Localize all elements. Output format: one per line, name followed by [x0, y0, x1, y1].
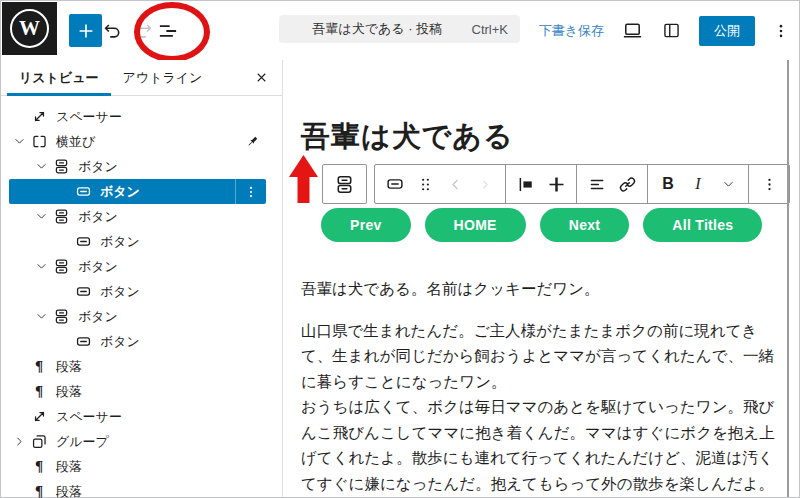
- toolbar-group: BI: [647, 165, 748, 203]
- chevron-down-icon[interactable]: [31, 260, 51, 273]
- document-overview-button[interactable]: [155, 18, 181, 44]
- bold-label[interactable]: B: [653, 168, 683, 200]
- preview-icon[interactable]: [621, 19, 644, 42]
- shortcut-hint: Ctrl+K: [472, 22, 508, 37]
- toolbar-group: [505, 165, 576, 203]
- row-icon: [29, 132, 49, 151]
- save-draft-button[interactable]: 下書き保存: [539, 22, 604, 40]
- toolbar-group: [375, 165, 505, 203]
- topbar-actions: 下書き保存 公開: [539, 1, 790, 60]
- chevron-down-icon[interactable]: [31, 210, 51, 223]
- block-label: グループ: [56, 433, 109, 451]
- text-lines-icon[interactable]: [582, 168, 612, 200]
- block-options-kebab-icon[interactable]: [235, 179, 266, 204]
- command-center[interactable]: 吾輩は犬である · 投稿 Ctrl+K: [279, 15, 520, 43]
- list-view-item-paragraph[interactable]: ¶段落: [9, 354, 266, 379]
- italic-label[interactable]: I: [683, 168, 713, 200]
- list-view-item-buttons[interactable]: ボタン: [9, 204, 266, 229]
- block-label: ボタン: [78, 208, 118, 226]
- spacer-icon: [29, 107, 49, 126]
- chevron-down-icon[interactable]: [713, 168, 743, 200]
- nav-button-all-titles[interactable]: All Titles: [643, 208, 762, 242]
- editor-topbar: W 吾輩は犬である · 投稿 Ctrl+K 下書き保存: [1, 1, 799, 61]
- post-title[interactable]: 吾輩は犬である: [301, 117, 514, 157]
- scrollbar[interactable]: [787, 60, 789, 497]
- group-icon: [29, 432, 49, 451]
- redo-button[interactable]: [132, 20, 154, 42]
- block-label: 段落: [56, 358, 82, 376]
- block-label: スペーサー: [56, 408, 122, 426]
- list-view-item-buttons[interactable]: ボタン: [9, 254, 266, 279]
- list-view-item-buttons[interactable]: ボタン: [9, 304, 266, 329]
- list-view-item-button[interactable]: ボタン: [9, 279, 266, 304]
- chevron-down-icon[interactable]: [31, 310, 51, 323]
- block-label: 段落: [56, 458, 82, 476]
- pin-icon: [245, 134, 260, 149]
- settings-panel-icon[interactable]: [661, 20, 682, 41]
- block-label: 段落: [56, 383, 82, 401]
- paragraph-icon: ¶: [29, 458, 49, 475]
- paragraph-icon: ¶: [29, 358, 49, 375]
- nav-button-prev[interactable]: Prev: [321, 208, 411, 242]
- chevron-down-icon[interactable]: [9, 135, 29, 148]
- wordpress-editor-window: W 吾輩は犬である · 投稿 Ctrl+K 下書き保存: [0, 0, 800, 498]
- list-view-item-button[interactable]: ボタン: [9, 179, 266, 204]
- block-label: ボタン: [78, 308, 118, 326]
- list-view-item-row[interactable]: 横並び: [9, 129, 266, 154]
- chevron-left-icon: [440, 168, 470, 200]
- wordpress-logo: W: [10, 9, 49, 48]
- block-label: スペーサー: [56, 108, 122, 126]
- block-label: ボタン: [78, 258, 118, 276]
- list-view-item-paragraph[interactable]: ¶段落: [9, 479, 266, 498]
- list-view-item-spacer[interactable]: スペーサー: [9, 104, 266, 129]
- list-view-item-button[interactable]: ボタン: [9, 329, 266, 354]
- drag-handle-icon[interactable]: [410, 168, 440, 200]
- spacer-icon: [29, 407, 49, 426]
- close-icon[interactable]: [254, 60, 269, 95]
- link-icon[interactable]: [612, 168, 642, 200]
- buttons-icon: [51, 157, 71, 176]
- block-label: ボタン: [100, 283, 140, 301]
- tab-outline[interactable]: アウトライン: [111, 60, 215, 95]
- block-toolbar: BI: [322, 164, 790, 204]
- buttons-block-icon[interactable]: [330, 168, 360, 200]
- paragraph-icon: ¶: [29, 383, 49, 400]
- kebab-icon[interactable]: [754, 168, 784, 200]
- undo-button[interactable]: [102, 20, 124, 42]
- chevron-right-icon[interactable]: [9, 435, 29, 448]
- nav-button-next[interactable]: Next: [540, 208, 630, 242]
- nav-button-home[interactable]: HOME: [425, 208, 526, 242]
- block-label: 横並び: [56, 133, 95, 151]
- editor-canvas: 吾輩は犬である BI PrevHOMENextAll Titles 吾輩は犬であ…: [284, 60, 799, 497]
- list-view-sidebar: リストビュー アウトライン スペーサー横並びボタンボタンボタンボタンボタンボタン…: [1, 60, 283, 497]
- wordpress-menu-button[interactable]: W: [2, 2, 57, 55]
- justify-left-icon[interactable]: [511, 168, 541, 200]
- list-view-item-paragraph[interactable]: ¶段落: [9, 454, 266, 479]
- block-label: ボタン: [78, 158, 118, 176]
- list-view-item-paragraph[interactable]: ¶段落: [9, 379, 266, 404]
- buttons-icon: [51, 257, 71, 276]
- button-icon: [73, 332, 93, 351]
- block-label: 段落: [56, 483, 82, 498]
- buttons-icon: [51, 207, 71, 226]
- button-icon: [73, 282, 93, 301]
- list-view-item-group[interactable]: グループ: [9, 429, 266, 454]
- toolbar-group: [576, 165, 647, 203]
- document-title: 吾輩は犬である · 投稿: [291, 20, 464, 38]
- button-row-block: PrevHOMENextAll Titles: [321, 208, 762, 242]
- list-view-item-buttons[interactable]: ボタン: [9, 154, 266, 179]
- list-view-item-button[interactable]: ボタン: [9, 229, 266, 254]
- options-kebab-icon[interactable]: [772, 22, 790, 40]
- annotation-red-arrow: [289, 155, 318, 203]
- chevron-down-icon[interactable]: [31, 160, 51, 173]
- paragraph-block[interactable]: 山口県で生まれたんだ。ご主人様がたまたまボクの前に現れてき て、生まれが同じだか…: [301, 318, 779, 498]
- list-view-item-spacer[interactable]: スペーサー: [9, 404, 266, 429]
- chevron-right-icon: [470, 168, 500, 200]
- align-vertical-center-icon[interactable]: [541, 168, 571, 200]
- block-label: ボタン: [100, 183, 140, 201]
- publish-button[interactable]: 公開: [699, 16, 755, 46]
- tab-list-view[interactable]: リストビュー: [7, 60, 111, 95]
- button-parent-icon[interactable]: [380, 168, 410, 200]
- paragraph-block[interactable]: 吾輩は犬である。名前はクッキーだワン。: [301, 276, 779, 302]
- add-block-button[interactable]: [69, 14, 102, 47]
